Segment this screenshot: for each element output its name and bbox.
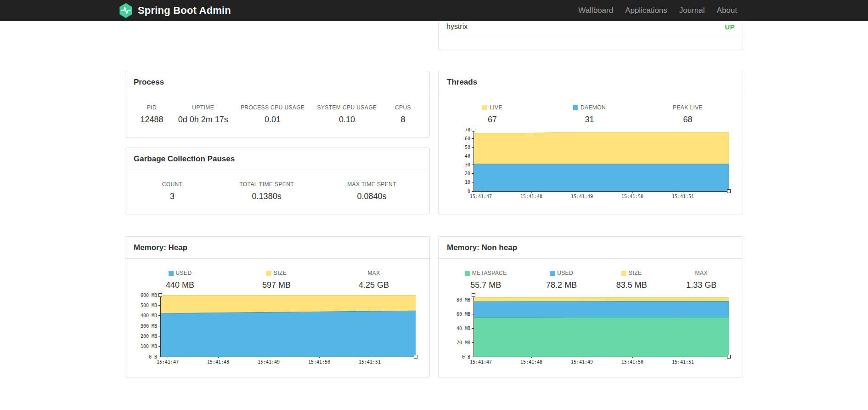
stat-label: UPTIME <box>178 104 228 111</box>
svg-text:15:41:49: 15:41:49 <box>258 359 280 364</box>
size-legend-swatch <box>266 271 271 276</box>
stat-nonheap-metaspace: METASPACE 55.7 MB <box>465 270 507 290</box>
stat-heap-used: USED 440 MB <box>166 270 194 290</box>
svg-text:100 MB: 100 MB <box>141 344 157 349</box>
stat-value: 55.7 MB <box>465 280 507 290</box>
heap-panel-title: Memory: Heap <box>125 237 429 259</box>
process-panel: Process PID 12488 UPTIME 0d 0h 2m 17s PR… <box>125 71 430 137</box>
application-status-badge: UP <box>725 23 735 31</box>
stat-label: PEAK LIVE <box>673 104 703 111</box>
application-row[interactable]: hystrix UP <box>439 21 743 36</box>
stat-nonheap-size: SIZE 83.5 MB <box>616 270 647 290</box>
svg-text:15:41:50: 15:41:50 <box>621 194 643 199</box>
svg-text:20 MB: 20 MB <box>457 340 470 345</box>
gc-stats: COUNT 3 TOTAL TIME SPENT 0.1380s MAX TIM… <box>125 170 429 201</box>
stat-threads-peak-live: PEAK LIVE 68 <box>673 104 703 125</box>
main-content: hystrix UP Process PID 12488 UPTIME 0d 0… <box>125 21 743 410</box>
stat-label: COUNT <box>158 181 186 188</box>
stat-label: USED <box>557 270 573 276</box>
nonheap-panel: Memory: Non heap METASPACE 55.7 MB USED … <box>438 236 743 377</box>
svg-text:15:41:50: 15:41:50 <box>308 359 330 364</box>
stat-heap-size: SIZE 597 MB <box>262 270 291 290</box>
svg-text:0: 0 <box>468 189 470 194</box>
svg-text:70: 70 <box>465 127 470 132</box>
stat-value: 0d 0h 2m 17s <box>178 115 228 125</box>
gc-panel-title: Garbage Collection Pauses <box>125 148 429 170</box>
size-legend-swatch <box>621 271 626 276</box>
svg-text:400 MB: 400 MB <box>141 313 157 318</box>
threads-stats: LIVE 67 DAEMON 31 PEAK LIVE 68 <box>439 93 743 125</box>
metaspace-legend-swatch <box>465 271 470 276</box>
stat-label: PROCESS CPU USAGE <box>241 104 305 111</box>
nav-about[interactable]: About <box>711 0 743 21</box>
stat-nonheap-used: USED 78.2 MB <box>546 270 577 290</box>
svg-text:20: 20 <box>465 171 470 176</box>
navbar-links: Wallboard Applications Journal About <box>572 0 743 21</box>
stat-value: 4.25 GB <box>359 280 389 290</box>
stat-label: TOTAL TIME SPENT <box>239 181 294 188</box>
svg-text:0 B: 0 B <box>149 354 157 359</box>
stat-label: MAX TIME SPENT <box>347 181 396 188</box>
stat-value: 83.5 MB <box>616 280 647 290</box>
top-navbar: Spring Boot Admin Wallboard Applications… <box>0 0 868 21</box>
application-name[interactable]: hystrix <box>446 23 468 31</box>
brand-link[interactable]: Spring Boot Admin <box>118 3 231 18</box>
svg-text:30: 30 <box>465 162 470 167</box>
stat-nonheap-max: MAX 1.33 GB <box>686 270 716 290</box>
stat-label: SYSTEM CPU USAGE <box>317 104 377 111</box>
stat-pid: PID 12488 <box>138 104 166 125</box>
nonheap-stats: METASPACE 55.7 MB USED 78.2 MB SIZE 83.5… <box>439 259 743 290</box>
nav-journal[interactable]: Journal <box>673 0 711 21</box>
nonheap-panel-title: Memory: Non heap <box>439 237 743 259</box>
svg-text:15:41:49: 15:41:49 <box>571 194 593 199</box>
stat-label: USED <box>176 270 192 276</box>
stat-value: 78.2 MB <box>546 280 577 290</box>
stat-value: 12488 <box>138 115 166 125</box>
nav-applications[interactable]: Applications <box>619 0 673 21</box>
heap-chart: 0 B100 MB200 MB300 MB400 MB500 MB600 MB1… <box>131 292 425 367</box>
svg-text:15:41:47: 15:41:47 <box>157 359 179 364</box>
stat-gc-total-time: TOTAL TIME SPENT 0.1380s <box>239 181 294 201</box>
svg-text:15:41:48: 15:41:48 <box>520 194 542 199</box>
stat-uptime: UPTIME 0d 0h 2m 17s <box>178 104 228 125</box>
nav-wallboard[interactable]: Wallboard <box>572 0 619 21</box>
stat-cpus: CPUS 8 <box>389 104 417 125</box>
svg-text:80 MB: 80 MB <box>457 297 470 302</box>
stat-label: MAX <box>359 270 389 276</box>
stat-value: 0.01 <box>241 115 305 125</box>
stat-gc-max-time: MAX TIME SPENT 0.0840s <box>347 181 396 201</box>
svg-text:15:41:51: 15:41:51 <box>672 194 694 199</box>
stat-label: SIZE <box>274 270 287 276</box>
svg-text:40: 40 <box>465 154 470 159</box>
used-legend-swatch <box>550 271 555 276</box>
svg-text:15:41:51: 15:41:51 <box>672 359 694 364</box>
stat-threads-live: LIVE 67 <box>479 104 506 125</box>
stat-label: METASPACE <box>472 270 507 276</box>
svg-text:200 MB: 200 MB <box>141 334 157 339</box>
svg-text:60 MB: 60 MB <box>457 312 470 317</box>
stat-label: CPUS <box>389 104 417 111</box>
stat-value: 0.10 <box>317 115 377 125</box>
daemon-legend-swatch <box>573 105 578 110</box>
stat-label: PID <box>138 104 166 111</box>
stat-value: 3 <box>158 192 186 201</box>
stat-process-cpu-usage: PROCESS CPU USAGE 0.01 <box>241 104 305 125</box>
stat-value: 1.33 GB <box>686 280 716 290</box>
stat-value: 0.1380s <box>239 192 294 201</box>
stat-value: 68 <box>673 115 703 125</box>
used-legend-swatch <box>169 271 174 276</box>
svg-text:15:41:50: 15:41:50 <box>621 359 643 364</box>
svg-text:15:41:47: 15:41:47 <box>470 194 492 199</box>
applications-panel-partial: hystrix UP <box>438 21 743 50</box>
process-stats: PID 12488 UPTIME 0d 0h 2m 17s PROCESS CP… <box>125 93 429 125</box>
gc-panel: Garbage Collection Pauses COUNT 3 TOTAL … <box>125 148 430 214</box>
stat-heap-max: MAX 4.25 GB <box>359 270 389 290</box>
svg-text:300 MB: 300 MB <box>141 324 157 329</box>
divider <box>439 36 743 36</box>
svg-text:500 MB: 500 MB <box>141 303 157 308</box>
svg-text:0 B: 0 B <box>462 354 470 359</box>
stat-label: LIVE <box>490 104 502 111</box>
svg-text:15:41:48: 15:41:48 <box>520 359 542 364</box>
nonheap-chart: 0 B20 MB40 MB60 MB80 MB15:41:4715:41:481… <box>444 292 738 367</box>
spring-boot-admin-logo-icon <box>118 3 133 18</box>
